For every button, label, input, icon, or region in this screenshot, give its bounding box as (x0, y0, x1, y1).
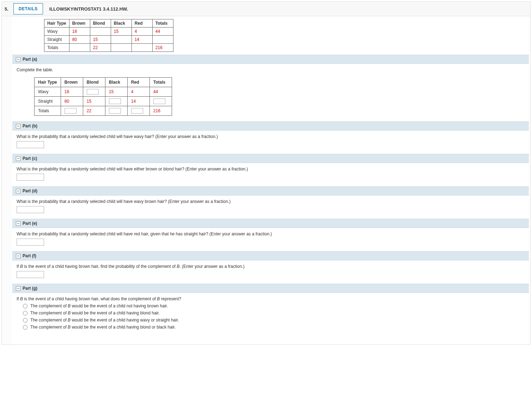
th-totals: Totals (149, 78, 172, 87)
totals-black-input[interactable] (109, 108, 121, 114)
given-table: Hair Type Brown Blond Black Red Totals W… (44, 19, 173, 52)
part-e-body: What is the probability that a randomly … (12, 228, 529, 251)
part-g-option-0[interactable]: The complement of B would be the event o… (23, 303, 525, 308)
totals-red-input[interactable] (131, 108, 143, 114)
cell (111, 44, 132, 52)
table-row: Wavy 18 15 4 44 (35, 87, 172, 97)
part-d-header[interactable]: − Part (d) (12, 186, 529, 196)
part-b-header[interactable]: − Part (b) (12, 121, 529, 131)
part-g-options: The complement of B would be the event o… (17, 303, 525, 330)
option-label: The complement of B would be the event o… (30, 303, 168, 308)
cell (69, 44, 90, 52)
part-g-option-1[interactable]: The complement of B would be the event o… (23, 311, 525, 315)
cell: 15 (90, 36, 111, 44)
part-g-title: Part (g) (23, 286, 37, 291)
part-b-input[interactable] (17, 141, 44, 148)
cell: 22 (90, 44, 111, 52)
cell (90, 28, 111, 36)
option-label: The complement of B would be the event o… (30, 318, 179, 323)
option-label: The complement of B would be the event o… (30, 325, 176, 330)
part-f-body: If B is the event of a child having brow… (12, 260, 529, 284)
part-e-prompt: What is the probability that a randomly … (17, 231, 525, 236)
given-table-wrap: Hair Type Brown Blond Black Red Totals W… (12, 16, 529, 55)
part-g-header[interactable]: − Part (g) (12, 284, 529, 293)
part-c-header[interactable]: − Part (c) (12, 154, 529, 163)
straight-totals-input[interactable] (153, 98, 165, 104)
part-d-prompt: What is the probability that a randomly … (17, 199, 525, 204)
question-content: Hair Type Brown Blond Black Red Totals W… (12, 16, 529, 344)
question-frame: 5. DETAILS ILLOWSKYINTROSTAT1 3.4.112.HW… (1, 1, 531, 345)
cell: 80 (61, 97, 83, 106)
part-b-body: What is the probability that a randomly … (12, 131, 529, 154)
part-c-body: What is the probability that a randomly … (12, 163, 529, 186)
part-f-header[interactable]: − Part (f) (12, 251, 529, 260)
straight-black-input[interactable] (109, 98, 121, 104)
part-b-title: Part (b) (23, 124, 37, 128)
part-g-option-3[interactable]: The complement of B would be the event o… (23, 325, 525, 330)
part-g-prompt: If B is the event of a child having brow… (17, 296, 525, 301)
part-a-body: Complete the table. Hair Type Brown Blon… (12, 64, 529, 121)
row-label: Totals (44, 44, 69, 52)
radio-icon (23, 311, 27, 315)
th-black: Black (105, 78, 127, 87)
cell: 14 (132, 36, 152, 44)
collapse-icon: − (16, 124, 20, 128)
part-d-title: Part (d) (23, 188, 37, 193)
cell: 4 (132, 28, 152, 36)
cell (132, 44, 152, 52)
part-b-prompt: What is the probability that a randomly … (17, 134, 525, 139)
part-f-prompt: If B is the event of a child having brow… (17, 264, 525, 269)
cell (83, 87, 105, 97)
th-brown: Brown (69, 19, 90, 28)
collapse-icon: − (16, 189, 20, 193)
collapse-icon: − (16, 57, 20, 62)
part-f-title: Part (f) (23, 253, 36, 258)
totals-brown-input[interactable] (65, 108, 77, 114)
table-row: Totals 22 216 (35, 106, 172, 116)
part-g-option-2[interactable]: The complement of B would be the event o… (23, 318, 525, 323)
cell (127, 106, 149, 116)
radio-icon (23, 304, 27, 308)
cell: 15 (111, 28, 132, 36)
cell: 15 (105, 87, 127, 97)
part-c-input[interactable] (17, 174, 44, 181)
table-row: Totals 22 216 (44, 44, 173, 52)
collapse-icon: − (16, 286, 20, 291)
cell: 4 (127, 87, 149, 97)
cell: 18 (61, 87, 83, 97)
part-a-header[interactable]: − Part (a) (12, 55, 529, 64)
option-label: The complement of B would be the event o… (30, 311, 160, 315)
cell: 44 (152, 28, 173, 36)
cell: 22 (83, 106, 105, 116)
th-totals: Totals (152, 19, 173, 28)
question-reference: ILLOWSKYINTROSTAT1 3.4.112.HW. (49, 6, 128, 12)
cell: 18 (69, 28, 90, 36)
cell (61, 106, 83, 116)
table-row: Straight 80 15 14 (35, 97, 172, 106)
part-e-title: Part (e) (23, 221, 37, 226)
cell: 14 (127, 97, 149, 106)
th-hair-type: Hair Type (44, 19, 69, 28)
collapse-icon: − (16, 254, 20, 258)
wavy-blond-input[interactable] (87, 89, 99, 95)
part-e-header[interactable]: − Part (e) (12, 219, 529, 228)
row-label: Straight (35, 97, 61, 106)
th-brown: Brown (61, 78, 83, 87)
part-d-input[interactable] (17, 206, 44, 213)
th-hair-type: Hair Type (35, 78, 61, 87)
th-red: Red (127, 78, 149, 87)
cell: 216 (152, 44, 173, 52)
table-row: Wavy 18 15 4 44 (44, 28, 173, 36)
th-red: Red (132, 19, 152, 28)
table-header-row: Hair Type Brown Blond Black Red Totals (44, 19, 173, 28)
part-a-prompt: Complete the table. (17, 67, 525, 72)
row-label: Straight (44, 36, 69, 44)
part-e-input[interactable] (17, 239, 44, 246)
details-button[interactable]: DETAILS (13, 3, 43, 14)
part-c-title: Part (c) (23, 156, 37, 161)
cell (105, 97, 127, 106)
collapse-icon: − (16, 156, 20, 161)
part-f-input[interactable] (17, 271, 44, 278)
part-d-body: What is the probability that a randomly … (12, 196, 529, 219)
collapse-icon: − (16, 221, 20, 226)
